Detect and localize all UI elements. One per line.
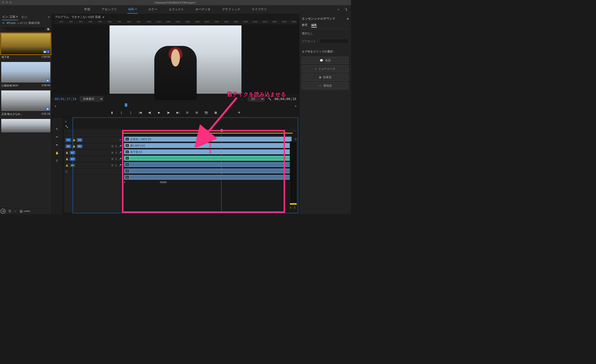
scrollbar-thumb[interactable]	[160, 181, 167, 183]
solo-icon[interactable]: S	[115, 151, 117, 154]
timeline-menu-icon[interactable]: ≡	[65, 120, 67, 123]
mute-icon[interactable]: M	[112, 145, 113, 148]
voiceover-icon[interactable]: 🎤	[119, 158, 122, 160]
es-sfx-button[interactable]: ✱効果音	[302, 74, 349, 81]
clip-audio[interactable]: fx	[124, 156, 292, 161]
workspace-tab-assembly[interactable]: アセンブリ	[101, 5, 118, 14]
audio-track-row[interactable]: fx	[123, 155, 297, 161]
bin-item[interactable]	[1, 119, 51, 133]
close-window-icon[interactable]	[2, 1, 4, 4]
go-to-in-icon[interactable]: |◀	[138, 110, 142, 115]
settings-wrench-icon[interactable]: 🔧	[65, 125, 68, 128]
track-header-v3[interactable]: V1🔒V1👁	[64, 137, 123, 143]
bin-tab-2[interactable]: ビン:	[21, 14, 28, 20]
es-tab-edit[interactable]: 編集	[311, 23, 317, 28]
workspace-tab-audio[interactable]: オーディオ	[194, 5, 212, 14]
bin-tab-front[interactable]: ビン: 正面 ≡	[2, 14, 18, 20]
lock-icon[interactable]: 🔒	[66, 164, 68, 167]
solo-icon[interactable]: S	[115, 145, 117, 148]
program-ruler[interactable]: 100 200 300 400 500 600 700 800 900 1000…	[55, 21, 296, 24]
freeform-view-icon[interactable]: ▥	[19, 210, 22, 213]
panel-menu-icon[interactable]: ≡	[103, 15, 104, 19]
solo-icon[interactable]: S	[115, 164, 117, 167]
current-timecode[interactable]: 00;01;17;24	[55, 97, 77, 101]
bin-back-icon[interactable]: ⇤	[2, 22, 5, 25]
audio-track-row[interactable]: fx	[123, 161, 297, 168]
workspace-tab-graphics[interactable]: グラフィック	[221, 5, 241, 14]
scrub-end-icon[interactable]	[295, 105, 296, 107]
clip-audio[interactable]: fx	[124, 168, 292, 174]
solo-icon[interactable]: S	[115, 158, 117, 160]
bin-thumbnail[interactable]	[1, 119, 51, 133]
es-dialogue-button[interactable]: 💬会話	[302, 57, 349, 64]
voiceover-icon[interactable]: 🎤	[119, 151, 122, 154]
clip-audio[interactable]: fx	[124, 175, 292, 180]
lock-icon[interactable]: 🔒	[66, 151, 68, 154]
bin-thumbnail[interactable]: ▦	[1, 62, 51, 83]
bin-breadcrumb[interactable]: MV.prpr...いのうた 動画\正面	[7, 21, 40, 25]
mark-in-icon[interactable]: {	[119, 110, 123, 115]
es-tab-browse[interactable]: 参照	[302, 23, 307, 28]
workspace-tab-editing[interactable]: 編集 ≡	[127, 5, 138, 14]
bin-item[interactable]: ▦ 正面 動き少なめ...3:01:18	[1, 90, 51, 117]
add-marker-icon[interactable]: ▮	[110, 110, 114, 115]
mute-icon[interactable]: M	[112, 164, 113, 167]
keyframe-dot-icon[interactable]	[295, 138, 297, 140]
selection-tool-icon[interactable]: ↖	[55, 127, 59, 131]
track-header-a1[interactable]: A1🔒A1MS🎤	[64, 143, 123, 150]
mute-icon[interactable]: M	[112, 158, 113, 160]
export-icon[interactable]	[344, 8, 348, 11]
program-scrubber[interactable]	[55, 104, 296, 108]
creative-cloud-icon[interactable]: ⌘	[0, 209, 6, 214]
workspace-tab-library[interactable]: ライブラリ	[251, 5, 268, 14]
lock-icon[interactable]: 🔒	[66, 158, 68, 160]
maximize-window-icon[interactable]	[9, 1, 12, 4]
ripple-tool-icon[interactable]: ✂	[55, 135, 59, 139]
es-ambience-button[interactable]: 〰環境音	[302, 82, 349, 89]
voiceover-icon[interactable]: 🎤	[119, 164, 122, 167]
step-forward-icon[interactable]: |▶	[166, 110, 171, 115]
master-dot-icon[interactable]	[66, 171, 67, 173]
mark-out-icon[interactable]: }	[129, 110, 133, 115]
voiceover-icon[interactable]: 🎤	[119, 145, 122, 148]
audio-track-row[interactable]: fx	[123, 168, 297, 174]
go-to-out-icon[interactable]: ▶|	[176, 110, 180, 115]
play-icon[interactable]: ▶	[157, 110, 161, 115]
track-header-a3[interactable]: 🔒A3MS🎤	[64, 156, 123, 162]
bin-thumbnail[interactable]: ▦	[1, 90, 51, 111]
program-monitor[interactable]	[52, 24, 299, 95]
bin-item[interactable]: ▦ 公園候補.MOV3:00:06	[1, 62, 51, 89]
scrub-start-icon[interactable]	[55, 105, 56, 107]
icon-view-icon[interactable]: ▪	[14, 210, 17, 213]
clip-video[interactable]: fx地下道 [V]	[124, 149, 292, 154]
panel-menu-icon[interactable]: ≡	[347, 17, 349, 21]
clip-audio[interactable]: fx	[124, 162, 292, 167]
step-back-icon[interactable]: ◀|	[148, 110, 152, 115]
workspace-overflow[interactable]: »	[338, 8, 339, 11]
es-music-button[interactable]: ♪ミュージック	[302, 65, 349, 73]
type-tool-icon[interactable]: T	[55, 159, 59, 163]
lock-icon[interactable]: 🔒	[73, 145, 75, 148]
preset-select[interactable]	[320, 39, 349, 44]
workspace-tab-learn[interactable]: 学習	[83, 5, 91, 14]
track-header-a4[interactable]: 🔒A4MS🎤	[64, 162, 123, 168]
pen-tool-icon[interactable]: ✒	[55, 143, 59, 147]
workspace-tab-effects[interactable]: エフェクト	[168, 5, 185, 14]
timeline-tracks[interactable]: fx正面良い.MOV [V] fx横1.MOV [V] fx地下道 [V] fx	[123, 129, 297, 212]
mute-icon[interactable]: M	[112, 151, 113, 154]
zoom-slider-icon[interactable]: ○━━━	[25, 210, 28, 213]
lock-icon[interactable]: 🔒	[73, 139, 75, 141]
lift-icon[interactable]: ⊟	[185, 110, 189, 115]
bin-thumbnail[interactable]: ▦♪	[1, 33, 51, 54]
track-header-a2[interactable]: 🔒A2MS🎤	[64, 150, 123, 156]
timeline-h-scrollbar[interactable]	[123, 181, 297, 184]
new-bin-icon[interactable]: ▣	[46, 27, 50, 31]
list-view-icon[interactable]: ☰	[8, 210, 11, 213]
workspace-tab-color[interactable]: カラー	[147, 5, 158, 14]
audio-track-row[interactable]: fx	[123, 174, 297, 181]
bin-search-input[interactable]	[2, 27, 45, 31]
toggle-output-icon[interactable]: 👁	[119, 139, 122, 141]
zoom-fit-select[interactable]: 全体表示	[80, 96, 104, 102]
panel-overflow[interactable]: »	[48, 15, 50, 19]
hand-tool-icon[interactable]: ✋	[55, 151, 59, 155]
